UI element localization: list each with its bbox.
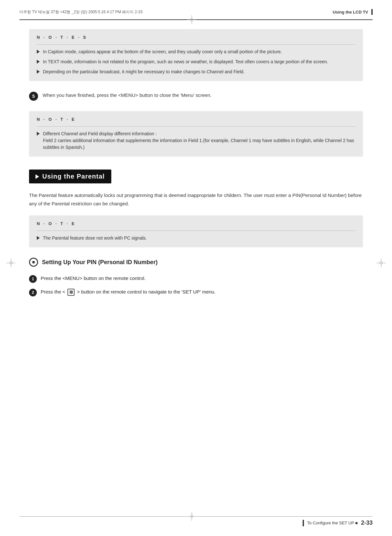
page-header: 미주항 TV 매뉴얼 37형 +42형 _2장 (영) 2005.5.16 4:… xyxy=(19,9,373,15)
note-item-prefix-2: Different Channel and Field display diff… xyxy=(43,130,355,137)
crosshair-left xyxy=(6,258,15,267)
main-content: N · O · T · E · S In Caption mode, capti… xyxy=(29,29,363,507)
header-korean-text: 미주항 TV 매뉴얼 37형 +42형 _2장 (영) 2005.5.16 4:… xyxy=(19,9,143,15)
note-title-2: N · O · T · E xyxy=(37,117,355,122)
step-2-prefix: Press the < xyxy=(41,289,65,294)
notes-box-1: N · O · T · E · S In Caption mode, capti… xyxy=(29,29,363,81)
note-item-text-2: Different Channel and Field display diff… xyxy=(43,130,355,151)
bullet-arrow-note2 xyxy=(37,132,40,136)
using-parental-header: Using the Parental xyxy=(29,170,111,183)
sub-section-title: Setting Up Your PIN (Personal ID Number) xyxy=(42,259,157,266)
footer-label: To Configure the SET UP ■ xyxy=(307,521,358,525)
notes-item-3: Depending on the particular broadcast, i… xyxy=(37,68,355,75)
note-divider-3 xyxy=(37,231,355,231)
section-header-text: Using the Parental xyxy=(42,173,105,180)
note-divider-2 xyxy=(37,126,355,127)
bullet-arrow-2 xyxy=(37,60,40,64)
header-section-title: Using the LCD TV xyxy=(333,10,368,15)
notes-item-1: In Caption mode, captions appear at the … xyxy=(37,48,355,55)
step-2-circle: 2 xyxy=(29,289,37,296)
note-item-text-3: The Parental feature dose not work with … xyxy=(43,235,355,242)
sub-section-header: Setting Up Your PIN (Personal ID Number) xyxy=(29,258,363,267)
step-5-text: When you have finished, press the <MENU>… xyxy=(43,91,212,99)
remote-icon: ⊞ xyxy=(67,289,75,296)
crosshair-top-left xyxy=(187,15,196,24)
section-header-arrow xyxy=(35,174,39,179)
step-5-number: 5 xyxy=(29,92,38,101)
notes-divider-1 xyxy=(37,44,355,45)
note-box-3: N · O · T · E The Parental feature dose … xyxy=(29,215,363,247)
bullet-arrow-note3 xyxy=(37,236,40,240)
notes-title-1: N · O · T · E · S xyxy=(37,35,355,40)
parental-body-text: The Parental feature automatically locks… xyxy=(29,191,363,208)
footer-page-number: 2-33 xyxy=(361,520,373,526)
note-item-3: The Parental feature dose not work with … xyxy=(37,235,355,242)
header-rule xyxy=(371,9,373,15)
notes-item-text-3: Depending on the particular broadcast, i… xyxy=(43,68,355,75)
note-box-2: N · O · T · E Different Channel and Fiel… xyxy=(29,111,363,157)
sub-section-icon-inner xyxy=(32,261,35,263)
step-1-text: Press the <MENU> button on the remote co… xyxy=(41,274,146,282)
header-right: Using the LCD TV xyxy=(333,9,373,15)
note-item-2: Different Channel and Field display diff… xyxy=(37,130,355,151)
step-2-suffix: > button on the remote control to naviga… xyxy=(77,289,216,294)
notes-item-2: In TEXT mode, information is not related… xyxy=(37,58,355,65)
step-5: 5 When you have finished, press the <MEN… xyxy=(29,91,363,101)
step-1-circle: 1 xyxy=(29,275,37,283)
notes-item-text-1: In Caption mode, captions appear at the … xyxy=(43,48,355,55)
bullet-arrow-1 xyxy=(37,50,40,54)
pin-step-2: 2 Press the < ⊞ > button on the remote c… xyxy=(29,288,363,296)
note-title-3: N · O · T · E xyxy=(37,221,355,226)
note-item-detail-2: Field 2 carries additional information t… xyxy=(43,137,355,151)
page-footer: To Configure the SET UP ■ 2-33 xyxy=(19,520,373,526)
step-2-text: Press the < ⊞ > button on the remote con… xyxy=(41,288,216,296)
sub-section-icon xyxy=(29,258,38,267)
footer-rule xyxy=(303,520,304,526)
pin-step-1: 1 Press the <MENU> button on the remote … xyxy=(29,274,363,283)
notes-item-text-2: In TEXT mode, information is not related… xyxy=(43,58,355,65)
crosshair-right xyxy=(377,258,386,267)
bullet-arrow-3 xyxy=(37,70,40,74)
